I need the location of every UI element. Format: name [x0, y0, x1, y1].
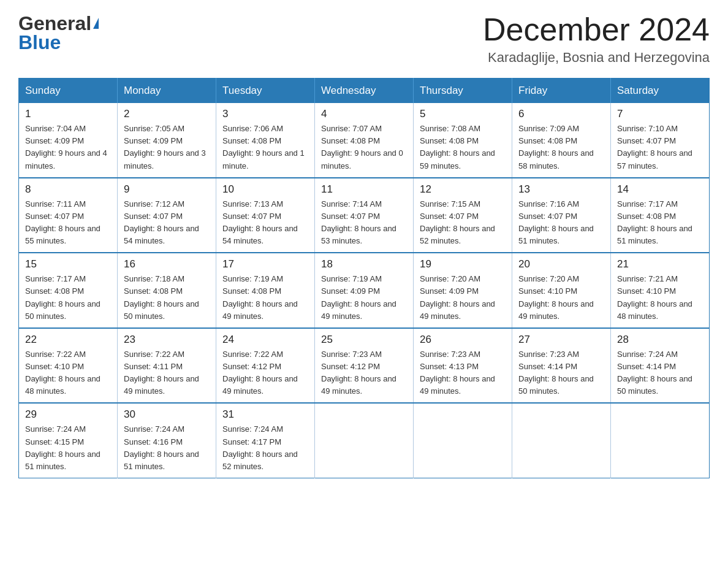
day-number: 12: [420, 183, 506, 196]
calendar-cell: 29 Sunrise: 7:24 AM Sunset: 4:15 PM Dayl…: [19, 403, 118, 478]
calendar-cell: 8 Sunrise: 7:11 AM Sunset: 4:07 PM Dayli…: [19, 178, 118, 253]
day-number: 10: [222, 183, 308, 196]
day-number: 30: [124, 408, 210, 421]
day-number: 19: [420, 258, 506, 270]
calendar-cell: 7 Sunrise: 7:10 AM Sunset: 4:07 PM Dayli…: [611, 103, 710, 178]
day-number: 20: [518, 258, 604, 270]
calendar-cell: 25 Sunrise: 7:23 AM Sunset: 4:12 PM Dayl…: [315, 328, 414, 404]
day-number: 17: [222, 258, 308, 270]
day-number: 11: [321, 183, 407, 196]
day-info: Sunrise: 7:09 AM Sunset: 4:08 PM Dayligh…: [518, 123, 604, 172]
calendar-cell: [512, 403, 611, 478]
day-info: Sunrise: 7:23 AM Sunset: 4:14 PM Dayligh…: [518, 348, 604, 398]
day-number: 31: [222, 408, 308, 421]
calendar-cell: 23 Sunrise: 7:22 AM Sunset: 4:11 PM Dayl…: [118, 328, 216, 404]
calendar-week-row: 1 Sunrise: 7:04 AM Sunset: 4:09 PM Dayli…: [19, 103, 710, 178]
header-thursday: Thursday: [414, 79, 512, 104]
calendar-cell: 14 Sunrise: 7:17 AM Sunset: 4:08 PM Dayl…: [611, 178, 710, 253]
day-info: Sunrise: 7:20 AM Sunset: 4:10 PM Dayligh…: [518, 273, 604, 323]
calendar-cell: 15 Sunrise: 7:17 AM Sunset: 4:08 PM Dayl…: [19, 253, 118, 328]
calendar-cell: 24 Sunrise: 7:22 AM Sunset: 4:12 PM Dayl…: [216, 328, 315, 404]
day-info: Sunrise: 7:19 AM Sunset: 4:09 PM Dayligh…: [321, 273, 407, 323]
calendar-cell: [315, 403, 414, 478]
header-tuesday: Tuesday: [216, 79, 315, 104]
day-number: 18: [321, 258, 407, 270]
header-wednesday: Wednesday: [315, 79, 414, 104]
calendar-cell: 28 Sunrise: 7:24 AM Sunset: 4:14 PM Dayl…: [611, 328, 710, 404]
calendar-cell: 12 Sunrise: 7:15 AM Sunset: 4:07 PM Dayl…: [414, 178, 512, 253]
day-number: 4: [321, 108, 407, 120]
calendar-cell: 5 Sunrise: 7:08 AM Sunset: 4:08 PM Dayli…: [414, 103, 512, 178]
calendar-cell: 10 Sunrise: 7:13 AM Sunset: 4:07 PM Dayl…: [216, 178, 315, 253]
calendar-cell: 18 Sunrise: 7:19 AM Sunset: 4:09 PM Dayl…: [315, 253, 414, 328]
calendar-cell: 9 Sunrise: 7:12 AM Sunset: 4:07 PM Dayli…: [118, 178, 216, 253]
day-number: 29: [25, 408, 111, 421]
day-number: 14: [617, 183, 703, 196]
day-info: Sunrise: 7:23 AM Sunset: 4:13 PM Dayligh…: [420, 348, 506, 398]
day-info: Sunrise: 7:19 AM Sunset: 4:08 PM Dayligh…: [222, 273, 308, 323]
day-info: Sunrise: 7:11 AM Sunset: 4:07 PM Dayligh…: [25, 198, 111, 248]
day-info: Sunrise: 7:16 AM Sunset: 4:07 PM Dayligh…: [518, 198, 604, 248]
day-number: 28: [617, 334, 703, 346]
calendar-subtitle: Karadaglije, Bosnia and Herzegovina: [483, 50, 710, 66]
day-info: Sunrise: 7:14 AM Sunset: 4:07 PM Dayligh…: [321, 198, 407, 248]
calendar-cell: 26 Sunrise: 7:23 AM Sunset: 4:13 PM Dayl…: [414, 328, 512, 404]
day-number: 21: [617, 258, 703, 270]
calendar-table: SundayMondayTuesdayWednesdayThursdayFrid…: [18, 78, 710, 478]
day-number: 7: [617, 108, 703, 120]
calendar-week-row: 22 Sunrise: 7:22 AM Sunset: 4:10 PM Dayl…: [19, 328, 710, 404]
header-friday: Friday: [512, 79, 611, 104]
day-info: Sunrise: 7:06 AM Sunset: 4:08 PM Dayligh…: [222, 123, 308, 172]
calendar-week-row: 15 Sunrise: 7:17 AM Sunset: 4:08 PM Dayl…: [19, 253, 710, 328]
day-number: 27: [518, 334, 604, 346]
calendar-header-row: SundayMondayTuesdayWednesdayThursdayFrid…: [19, 79, 710, 104]
calendar-title: December 2024: [483, 12, 710, 47]
day-number: 24: [222, 334, 308, 346]
day-number: 8: [25, 183, 111, 196]
calendar-cell: 30 Sunrise: 7:24 AM Sunset: 4:16 PM Dayl…: [118, 403, 216, 478]
day-info: Sunrise: 7:17 AM Sunset: 4:08 PM Dayligh…: [617, 198, 703, 248]
day-info: Sunrise: 7:15 AM Sunset: 4:07 PM Dayligh…: [420, 198, 506, 248]
calendar-cell: 3 Sunrise: 7:06 AM Sunset: 4:08 PM Dayli…: [216, 103, 315, 178]
calendar-cell: [611, 403, 710, 478]
logo: General Blue: [18, 12, 99, 54]
calendar-cell: 6 Sunrise: 7:09 AM Sunset: 4:08 PM Dayli…: [512, 103, 611, 178]
day-info: Sunrise: 7:04 AM Sunset: 4:09 PM Dayligh…: [25, 123, 111, 172]
calendar-cell: 11 Sunrise: 7:14 AM Sunset: 4:07 PM Dayl…: [315, 178, 414, 253]
header-saturday: Saturday: [611, 79, 710, 104]
day-info: Sunrise: 7:05 AM Sunset: 4:09 PM Dayligh…: [124, 123, 210, 172]
day-number: 2: [124, 108, 210, 120]
day-info: Sunrise: 7:10 AM Sunset: 4:07 PM Dayligh…: [617, 123, 703, 172]
day-info: Sunrise: 7:24 AM Sunset: 4:17 PM Dayligh…: [222, 423, 308, 473]
day-info: Sunrise: 7:20 AM Sunset: 4:09 PM Dayligh…: [420, 273, 506, 323]
calendar-cell: 13 Sunrise: 7:16 AM Sunset: 4:07 PM Dayl…: [512, 178, 611, 253]
day-info: Sunrise: 7:22 AM Sunset: 4:11 PM Dayligh…: [124, 348, 210, 398]
logo-triangle-icon: [93, 18, 99, 29]
day-info: Sunrise: 7:21 AM Sunset: 4:10 PM Dayligh…: [617, 273, 703, 323]
day-info: Sunrise: 7:24 AM Sunset: 4:14 PM Dayligh…: [617, 348, 703, 398]
day-info: Sunrise: 7:22 AM Sunset: 4:10 PM Dayligh…: [25, 348, 111, 398]
calendar-cell: 20 Sunrise: 7:20 AM Sunset: 4:10 PM Dayl…: [512, 253, 611, 328]
day-number: 23: [124, 334, 210, 346]
day-info: Sunrise: 7:22 AM Sunset: 4:12 PM Dayligh…: [222, 348, 308, 398]
day-number: 25: [321, 334, 407, 346]
calendar-cell: 17 Sunrise: 7:19 AM Sunset: 4:08 PM Dayl…: [216, 253, 315, 328]
day-number: 6: [518, 108, 604, 120]
day-number: 16: [124, 258, 210, 270]
day-number: 26: [420, 334, 506, 346]
day-info: Sunrise: 7:17 AM Sunset: 4:08 PM Dayligh…: [25, 273, 111, 323]
calendar-cell: 2 Sunrise: 7:05 AM Sunset: 4:09 PM Dayli…: [118, 103, 216, 178]
day-number: 3: [222, 108, 308, 120]
calendar-cell: 19 Sunrise: 7:20 AM Sunset: 4:09 PM Dayl…: [414, 253, 512, 328]
header-sunday: Sunday: [19, 79, 118, 104]
day-number: 15: [25, 258, 111, 270]
day-number: 5: [420, 108, 506, 120]
calendar-cell: 1 Sunrise: 7:04 AM Sunset: 4:09 PM Dayli…: [19, 103, 118, 178]
title-area: December 2024 Karadaglije, Bosnia and He…: [483, 12, 710, 66]
day-info: Sunrise: 7:13 AM Sunset: 4:07 PM Dayligh…: [222, 198, 308, 248]
calendar-week-row: 29 Sunrise: 7:24 AM Sunset: 4:15 PM Dayl…: [19, 403, 710, 478]
calendar-cell: 22 Sunrise: 7:22 AM Sunset: 4:10 PM Dayl…: [19, 328, 118, 404]
day-number: 22: [25, 334, 111, 346]
calendar-cell: 31 Sunrise: 7:24 AM Sunset: 4:17 PM Dayl…: [216, 403, 315, 478]
day-number: 9: [124, 183, 210, 196]
